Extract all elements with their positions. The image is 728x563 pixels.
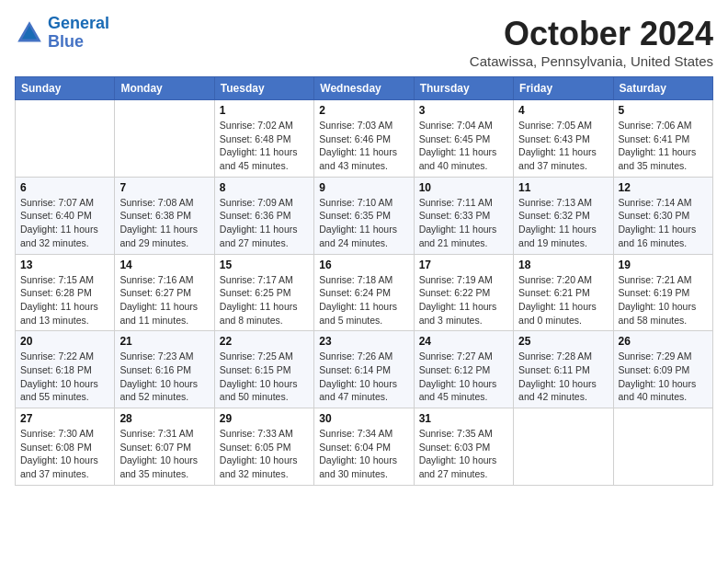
calendar-cell: 8Sunrise: 7:09 AM Sunset: 6:36 PM Daylig…: [214, 177, 313, 254]
calendar-week-row: 27Sunrise: 7:30 AM Sunset: 6:08 PM Dayli…: [16, 408, 713, 486]
calendar-cell: 11Sunrise: 7:13 AM Sunset: 6:32 PM Dayli…: [514, 177, 613, 254]
weekday-header: Tuesday: [214, 77, 313, 100]
calendar-cell: 5Sunrise: 7:06 AM Sunset: 6:41 PM Daylig…: [613, 100, 712, 178]
day-info: Sunrise: 7:19 AM Sunset: 6:22 PM Dayligh…: [419, 273, 508, 327]
day-number: 11: [518, 181, 608, 194]
day-number: 24: [419, 335, 508, 348]
calendar-cell: 31Sunrise: 7:35 AM Sunset: 6:03 PM Dayli…: [414, 408, 513, 486]
calendar-cell: 19Sunrise: 7:21 AM Sunset: 6:19 PM Dayli…: [613, 254, 712, 331]
calendar-cell: 12Sunrise: 7:14 AM Sunset: 6:30 PM Dayli…: [613, 177, 712, 254]
day-number: 25: [518, 335, 608, 348]
day-number: 12: [619, 181, 708, 194]
day-info: Sunrise: 7:33 AM Sunset: 6:05 PM Dayligh…: [220, 427, 309, 481]
day-info: Sunrise: 7:15 AM Sunset: 6:28 PM Dayligh…: [20, 273, 109, 327]
page-header: General Blue October 2024 Catawissa, Pen…: [15, 15, 713, 69]
day-info: Sunrise: 7:18 AM Sunset: 6:24 PM Dayligh…: [319, 273, 408, 327]
day-info: Sunrise: 7:30 AM Sunset: 6:08 PM Dayligh…: [20, 427, 109, 481]
calendar-cell: 7Sunrise: 7:08 AM Sunset: 6:38 PM Daylig…: [115, 177, 214, 254]
day-number: 26: [619, 335, 708, 348]
weekday-header: Wednesday: [314, 77, 414, 100]
calendar-cell: 26Sunrise: 7:29 AM Sunset: 6:09 PM Dayli…: [613, 331, 712, 408]
day-info: Sunrise: 7:20 AM Sunset: 6:21 PM Dayligh…: [518, 273, 608, 327]
weekday-header: Sunday: [16, 77, 115, 100]
day-number: 1: [220, 104, 309, 117]
calendar-cell: 23Sunrise: 7:26 AM Sunset: 6:14 PM Dayli…: [314, 331, 414, 408]
subtitle: Catawissa, Pennsylvania, United States: [470, 53, 713, 69]
calendar-cell: 14Sunrise: 7:16 AM Sunset: 6:27 PM Dayli…: [115, 254, 214, 331]
day-info: Sunrise: 7:09 AM Sunset: 6:36 PM Dayligh…: [220, 196, 309, 250]
day-info: Sunrise: 7:23 AM Sunset: 6:16 PM Dayligh…: [119, 350, 209, 404]
calendar-cell: 6Sunrise: 7:07 AM Sunset: 6:40 PM Daylig…: [16, 177, 115, 254]
day-number: 28: [119, 412, 209, 425]
day-number: 13: [20, 259, 109, 271]
logo-line1: General: [48, 14, 109, 32]
logo-text: General Blue: [48, 15, 109, 52]
calendar-cell: 16Sunrise: 7:18 AM Sunset: 6:24 PM Dayli…: [314, 254, 414, 331]
title-block: October 2024 Catawissa, Pennsylvania, Un…: [470, 15, 713, 69]
day-number: 3: [419, 104, 508, 117]
day-number: 22: [220, 335, 309, 348]
day-info: Sunrise: 7:06 AM Sunset: 6:41 PM Dayligh…: [619, 119, 708, 173]
day-info: Sunrise: 7:08 AM Sunset: 6:38 PM Dayligh…: [119, 196, 209, 250]
calendar-cell: 9Sunrise: 7:10 AM Sunset: 6:35 PM Daylig…: [314, 177, 414, 254]
day-info: Sunrise: 7:03 AM Sunset: 6:46 PM Dayligh…: [319, 119, 408, 173]
day-info: Sunrise: 7:13 AM Sunset: 6:32 PM Dayligh…: [518, 196, 608, 250]
day-info: Sunrise: 7:07 AM Sunset: 6:40 PM Dayligh…: [20, 196, 109, 250]
day-info: Sunrise: 7:22 AM Sunset: 6:18 PM Dayligh…: [20, 350, 109, 404]
day-number: 4: [518, 104, 608, 117]
day-number: 14: [119, 259, 209, 271]
calendar-cell: 13Sunrise: 7:15 AM Sunset: 6:28 PM Dayli…: [16, 254, 115, 331]
calendar-cell: 24Sunrise: 7:27 AM Sunset: 6:12 PM Dayli…: [414, 331, 513, 408]
logo-icon: [15, 18, 44, 48]
calendar-cell: [115, 100, 214, 178]
day-number: 10: [419, 181, 508, 194]
calendar-cell: 22Sunrise: 7:25 AM Sunset: 6:15 PM Dayli…: [214, 331, 313, 408]
calendar-cell: 3Sunrise: 7:04 AM Sunset: 6:45 PM Daylig…: [414, 100, 513, 178]
calendar-week-row: 13Sunrise: 7:15 AM Sunset: 6:28 PM Dayli…: [16, 254, 713, 331]
calendar-cell: 18Sunrise: 7:20 AM Sunset: 6:21 PM Dayli…: [514, 254, 613, 331]
day-number: 18: [518, 259, 608, 271]
calendar-cell: 20Sunrise: 7:22 AM Sunset: 6:18 PM Dayli…: [16, 331, 115, 408]
calendar-cell: 15Sunrise: 7:17 AM Sunset: 6:25 PM Dayli…: [214, 254, 313, 331]
day-number: 15: [220, 259, 309, 271]
calendar-week-row: 6Sunrise: 7:07 AM Sunset: 6:40 PM Daylig…: [16, 177, 713, 254]
calendar-cell: 28Sunrise: 7:31 AM Sunset: 6:07 PM Dayli…: [115, 408, 214, 486]
weekday-header: Friday: [514, 77, 613, 100]
weekday-header-row: SundayMondayTuesdayWednesdayThursdayFrid…: [16, 77, 713, 100]
day-info: Sunrise: 7:16 AM Sunset: 6:27 PM Dayligh…: [119, 273, 209, 327]
day-number: 19: [619, 259, 708, 271]
calendar-cell: [16, 100, 115, 178]
logo: General Blue: [15, 15, 109, 52]
month-title: October 2024: [470, 15, 713, 53]
day-number: 2: [319, 104, 408, 117]
weekday-header: Monday: [115, 77, 214, 100]
day-info: Sunrise: 7:25 AM Sunset: 6:15 PM Dayligh…: [220, 350, 309, 404]
weekday-header: Saturday: [613, 77, 712, 100]
calendar-cell: [514, 408, 613, 486]
day-info: Sunrise: 7:02 AM Sunset: 6:48 PM Dayligh…: [220, 119, 309, 173]
calendar-cell: 10Sunrise: 7:11 AM Sunset: 6:33 PM Dayli…: [414, 177, 513, 254]
day-number: 29: [220, 412, 309, 425]
day-info: Sunrise: 7:05 AM Sunset: 6:43 PM Dayligh…: [518, 119, 608, 173]
day-number: 7: [119, 181, 209, 194]
day-info: Sunrise: 7:17 AM Sunset: 6:25 PM Dayligh…: [220, 273, 309, 327]
day-number: 9: [319, 181, 408, 194]
calendar-table: SundayMondayTuesdayWednesdayThursdayFrid…: [15, 76, 713, 486]
day-number: 8: [220, 181, 309, 194]
calendar-week-row: 20Sunrise: 7:22 AM Sunset: 6:18 PM Dayli…: [16, 331, 713, 408]
calendar-cell: 21Sunrise: 7:23 AM Sunset: 6:16 PM Dayli…: [115, 331, 214, 408]
day-info: Sunrise: 7:10 AM Sunset: 6:35 PM Dayligh…: [319, 196, 408, 250]
day-number: 23: [319, 335, 408, 348]
day-info: Sunrise: 7:11 AM Sunset: 6:33 PM Dayligh…: [419, 196, 508, 250]
day-info: Sunrise: 7:26 AM Sunset: 6:14 PM Dayligh…: [319, 350, 408, 404]
day-number: 21: [119, 335, 209, 348]
calendar-cell: 27Sunrise: 7:30 AM Sunset: 6:08 PM Dayli…: [16, 408, 115, 486]
calendar-cell: 2Sunrise: 7:03 AM Sunset: 6:46 PM Daylig…: [314, 100, 414, 178]
day-number: 30: [319, 412, 408, 425]
day-number: 5: [619, 104, 708, 117]
calendar-cell: 4Sunrise: 7:05 AM Sunset: 6:43 PM Daylig…: [514, 100, 613, 178]
day-number: 27: [20, 412, 109, 425]
calendar-cell: 1Sunrise: 7:02 AM Sunset: 6:48 PM Daylig…: [214, 100, 313, 178]
day-info: Sunrise: 7:35 AM Sunset: 6:03 PM Dayligh…: [419, 427, 508, 481]
day-info: Sunrise: 7:34 AM Sunset: 6:04 PM Dayligh…: [319, 427, 408, 481]
